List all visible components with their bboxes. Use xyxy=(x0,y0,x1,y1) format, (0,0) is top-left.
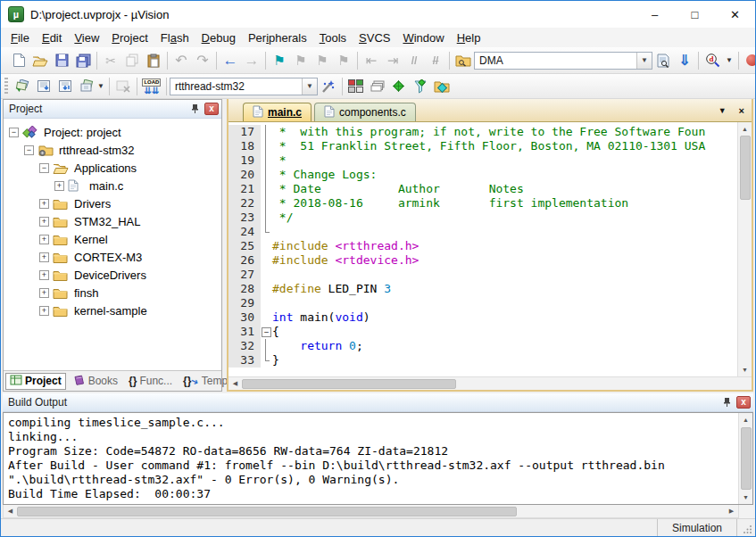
undo-button[interactable]: ↶ xyxy=(170,50,192,71)
panel-tab-project[interactable]: Project xyxy=(5,373,66,390)
stop-build-button[interactable] xyxy=(112,76,134,97)
code-line[interactable]: 21 * Date Author Notes xyxy=(228,182,737,196)
scroll-right-icon[interactable]: ▶ xyxy=(725,508,738,515)
code-line[interactable]: 29 xyxy=(228,296,737,310)
scroll-up-icon[interactable]: ▲ xyxy=(739,413,752,426)
code-line[interactable]: 20 * Change Logs: xyxy=(228,168,737,182)
menu-peripherals[interactable]: Peripherals xyxy=(242,29,313,46)
expand-icon[interactable]: + xyxy=(39,288,49,298)
comment-button[interactable]: // xyxy=(403,50,425,71)
menu-help[interactable]: Help xyxy=(451,29,487,46)
code-zoom-dropdown[interactable]: ▼ xyxy=(726,56,733,64)
code-line[interactable]: 26#include <rtdevice.h> xyxy=(228,253,737,268)
tree-item-cortex-m3[interactable]: +CORTEX-M3 xyxy=(4,248,221,266)
toolbar-grip[interactable] xyxy=(4,78,8,95)
manage-project-items-button[interactable] xyxy=(345,76,367,97)
code-line[interactable]: 28#define LED_PIN 3 xyxy=(228,282,737,296)
minimize-button[interactable]: – xyxy=(635,1,675,28)
tree-item-rtthread-stm32[interactable]: −rtthread-stm32 xyxy=(4,141,221,159)
find-in-files-button[interactable] xyxy=(453,50,474,71)
translate-button[interactable] xyxy=(12,76,33,97)
rebuild-button[interactable] xyxy=(54,76,76,97)
batch-build-dropdown[interactable]: ▼ xyxy=(97,82,104,90)
scroll-up-icon[interactable]: ▲ xyxy=(738,122,752,136)
build-horizontal-scrollbar[interactable]: ◀ ▶ xyxy=(3,505,753,518)
panel-tab-books[interactable]: Books xyxy=(70,374,121,389)
insert-breakpoint-button[interactable] xyxy=(742,50,756,71)
code-line[interactable]: 17 * with this program; if not, write to… xyxy=(228,125,737,139)
collapse-icon[interactable]: − xyxy=(24,145,34,155)
project-panel-close-button[interactable]: x xyxy=(204,103,219,115)
tree-item-finsh[interactable]: +finsh xyxy=(4,284,221,302)
build-output-close-button[interactable]: x xyxy=(736,396,751,409)
resize-grip[interactable] xyxy=(737,519,755,536)
menu-svcs[interactable]: SVCS xyxy=(353,29,396,46)
tree-item-project-project[interactable]: −Project: project xyxy=(4,123,221,141)
open-file-button[interactable] xyxy=(29,50,51,71)
expand-icon[interactable]: + xyxy=(39,306,49,316)
target-combo[interactable]: rtthread-stm32 ▼ xyxy=(170,78,318,95)
batch-build-button[interactable] xyxy=(76,76,97,97)
code-line[interactable]: 19 * xyxy=(228,153,737,168)
code-line[interactable]: 33} xyxy=(228,353,737,368)
next-bookmark-button[interactable]: ⚑ xyxy=(312,50,333,71)
new-file-button[interactable] xyxy=(8,50,29,71)
code-line[interactable]: 30int main(void) xyxy=(228,310,737,325)
editor-vertical-scrollbar[interactable]: ▲ ▼ xyxy=(737,122,752,376)
uncomment-button[interactable]: // xyxy=(425,50,446,71)
tree-item-applications[interactable]: −Applications xyxy=(4,159,221,177)
target-combo-dropdown[interactable]: ▼ xyxy=(302,78,317,95)
tree-item-kernel[interactable]: +Kernel xyxy=(4,230,221,248)
expand-icon[interactable]: + xyxy=(39,252,49,262)
expand-icon[interactable]: + xyxy=(39,270,49,280)
expand-icon[interactable]: + xyxy=(39,217,49,227)
code-line[interactable]: 32 return 0; xyxy=(228,339,737,353)
collapse-icon[interactable]: − xyxy=(9,128,19,137)
code-line[interactable]: 24 xyxy=(228,225,737,239)
save-all-button[interactable] xyxy=(72,50,94,71)
cut-button[interactable]: ✂ xyxy=(100,50,121,71)
code-editor[interactable]: 17 * with this program; if not, write to… xyxy=(228,122,737,376)
close-tab-button[interactable]: × xyxy=(739,105,744,116)
tree-item-kernel-sample[interactable]: +kernel-sample xyxy=(4,302,221,319)
navigate-forward-button[interactable]: → xyxy=(241,50,262,71)
menu-window[interactable]: Window xyxy=(396,29,450,46)
pack-installer-button[interactable] xyxy=(431,76,453,97)
scroll-thumb[interactable] xyxy=(242,379,456,389)
code-line[interactable]: 23 */ xyxy=(228,211,737,225)
code-line[interactable]: 25#include <rtthread.h> xyxy=(228,239,737,253)
prev-bookmark-button[interactable]: ⚑ xyxy=(290,50,312,71)
save-button[interactable] xyxy=(51,50,72,71)
code-line[interactable]: 22 * 2018-08-16 armink first implementat… xyxy=(228,196,737,211)
editor-tab-components-c[interactable]: components.c xyxy=(314,103,416,121)
build-vertical-scrollbar[interactable]: ▲ ▼ xyxy=(738,413,752,504)
navigate-back-button[interactable]: ← xyxy=(220,50,241,71)
scroll-left-icon[interactable]: ◀ xyxy=(228,380,242,387)
panel-tab-func[interactable]: {}Func... xyxy=(125,374,176,388)
scroll-down-icon[interactable]: ▼ xyxy=(738,363,752,376)
search-combo[interactable]: DMA ▼ xyxy=(474,52,652,70)
maximize-button[interactable]: □ xyxy=(675,1,715,28)
paste-button[interactable] xyxy=(143,50,164,71)
select-packs-button[interactable] xyxy=(410,76,431,97)
pin-icon[interactable] xyxy=(187,103,202,116)
tree-item-stm32-hal[interactable]: +STM32_HAL xyxy=(4,212,221,230)
fold-collapse-icon[interactable] xyxy=(261,325,272,339)
target-options-button[interactable] xyxy=(318,76,339,97)
code-zoom-button[interactable]: d xyxy=(702,50,723,71)
close-button[interactable]: ✕ xyxy=(715,1,755,28)
scroll-thumb[interactable] xyxy=(740,136,751,200)
expand-icon[interactable]: + xyxy=(39,235,49,244)
menu-debug[interactable]: Debug xyxy=(195,29,242,46)
download-button[interactable]: LOAD ⇊⇊ xyxy=(140,76,163,97)
target-combo-value[interactable]: rtthread-stm32 xyxy=(175,80,302,93)
tree-item-main-c[interactable]: +main.c xyxy=(4,177,221,194)
find-text-button[interactable] xyxy=(652,50,674,71)
scroll-down-icon[interactable]: ▼ xyxy=(739,491,752,504)
editor-tab-main-c[interactable]: main.c xyxy=(243,103,312,121)
editor-horizontal-scrollbar[interactable]: ◀ xyxy=(228,376,752,390)
unindent-button[interactable]: ⇤ xyxy=(361,50,382,71)
file-extensions-button[interactable] xyxy=(367,76,388,97)
tab-list-dropdown[interactable]: ▼ xyxy=(719,106,727,115)
scroll-left-icon[interactable]: ◀ xyxy=(4,508,17,515)
